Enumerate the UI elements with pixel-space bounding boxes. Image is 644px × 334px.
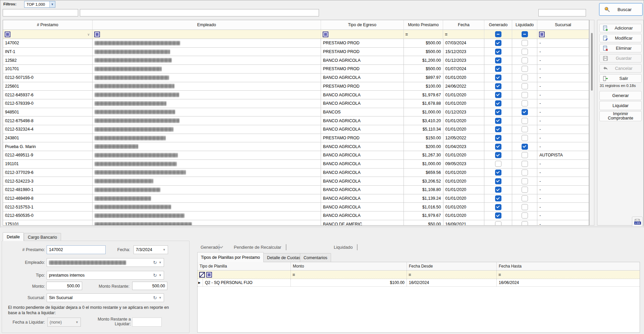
- filter-cell-fecha-hasta[interactable]: =: [497, 271, 640, 279]
- generado-checkbox[interactable]: [495, 135, 501, 141]
- guardar-button[interactable]: Guardar: [599, 54, 642, 62]
- generado-checkbox[interactable]: [495, 212, 501, 219]
- equals-operator-icon[interactable]: =: [292, 272, 295, 277]
- generado-checkbox[interactable]: [495, 40, 501, 46]
- empleado-combo[interactable]: ↻ ▼: [47, 258, 164, 267]
- table-row[interactable]: 12582BANCO AGRICOLA$1,200.0001/12/2023-: [3, 56, 589, 65]
- filter-cell-generado[interactable]: [484, 30, 512, 39]
- liquidado-checkbox[interactable]: [522, 152, 528, 158]
- table-row[interactable]: 0212-675498-8BANCO AGRICOLA$3,410.2001/0…: [3, 116, 589, 125]
- table-row[interactable]: 0212-578339-0BANCO AGRICOLA$1,678.8801/0…: [3, 99, 589, 108]
- modificar-button[interactable]: Modificar: [599, 34, 642, 42]
- generado-checkbox[interactable]: [495, 118, 501, 124]
- col-header-liquidado[interactable]: Liquidado: [512, 20, 537, 30]
- table-row[interactable]: 0212-469499-8BANCO AGRICOLA$1,139.2401/0…: [3, 194, 589, 203]
- generado-checkbox[interactable]: [495, 75, 501, 81]
- generado-checkbox[interactable]: [495, 49, 501, 55]
- generado-checkbox[interactable]: [495, 161, 501, 167]
- buscar-button[interactable]: Buscar: [599, 3, 643, 16]
- filter-cell-tipo-egreso[interactable]: [321, 30, 404, 39]
- table-row[interactable]: 948501BANCOS$1,000.0001/12/2023-: [3, 108, 589, 117]
- salir-button[interactable]: Salir: [599, 74, 642, 83]
- generado-checkbox[interactable]: [495, 66, 501, 72]
- liquidado-checkbox[interactable]: [522, 40, 528, 46]
- refresh-icon[interactable]: ↻: [153, 273, 157, 278]
- table-row[interactable]: 191101BANCO AGRICOLA$1,000.0009/05/2023-: [3, 160, 589, 169]
- filter-type-icon[interactable]: [94, 32, 100, 37]
- table-row[interactable]: 0212-377029-6BANCO AGRICOLA$659.5601/01/…: [3, 169, 589, 177]
- liquidado-checkbox[interactable]: [522, 92, 528, 98]
- table-row[interactable]: 0212-515753-1BANCO AGRICOLA$1,016.5001/0…: [3, 203, 589, 211]
- pendiente-recalcular-checkbox[interactable]: [286, 244, 286, 250]
- table-row[interactable]: 147002PRESTAMO PROD$500.0007/03/2024-: [3, 39, 589, 48]
- monto-field[interactable]: 500.00: [46, 282, 82, 290]
- liquidado-checkbox[interactable]: [522, 195, 528, 201]
- sucursal-combo[interactable]: Sin Sucursal ↻ ▼: [47, 293, 164, 302]
- table-row[interactable]: 175101BANCO DE AMERIC$50.0016/09/2021-: [3, 220, 589, 226]
- eliminar-button[interactable]: Eliminar: [599, 44, 642, 52]
- filter-input-prestamo[interactable]: [3, 9, 78, 16]
- generado-checkbox[interactable]: [219, 244, 219, 250]
- filter-cell-liquidado[interactable]: [512, 30, 537, 39]
- generado-checkbox[interactable]: [495, 170, 501, 176]
- table-row[interactable]: Prueba G. MarinBANCO AGRICOLA$200.0001/0…: [3, 142, 589, 151]
- filter-input-sucursal[interactable]: [538, 9, 586, 16]
- liquidado-checkbox[interactable]: [522, 83, 528, 89]
- subtab-detalle-cuotas[interactable]: Detalle de Cuotas: [263, 253, 304, 262]
- liquidado-checkbox[interactable]: [522, 161, 528, 167]
- table-row[interactable]: 0212-524223-3BANCO AGRICOLA$3,206.5201/0…: [3, 177, 589, 186]
- scrollbar-thumb[interactable]: [591, 33, 593, 91]
- liquidado-checkbox[interactable]: [522, 109, 528, 115]
- top-filter-dropdown[interactable]: TOP 1,000 ▼: [24, 1, 55, 8]
- table-row[interactable]: 0212-507155-0BANCO AGRICOLA$897.9701/01/…: [3, 74, 589, 82]
- generado-checkbox[interactable]: [495, 195, 501, 201]
- liquidado-checkbox[interactable]: [522, 144, 528, 150]
- fecha-liquidar-dropdown[interactable]: (none) ▼: [47, 318, 81, 327]
- generado-checkbox[interactable]: [495, 83, 501, 89]
- prestamo-field[interactable]: 147002: [47, 245, 106, 254]
- liquidado-checkbox[interactable]: [522, 49, 528, 55]
- liquidado-checkbox[interactable]: [357, 244, 358, 250]
- col-header-tipo-planilla[interactable]: Tipo de Planilla: [198, 262, 291, 270]
- table-row[interactable]: 0212-645937-6BANCO AGRICOLA$1,979.6701/0…: [3, 91, 589, 99]
- col-header-tipo-egreso[interactable]: Tipo de Egreso: [321, 20, 404, 30]
- generado-checkbox[interactable]: [495, 100, 501, 106]
- filter-type-icon[interactable]: [5, 32, 10, 37]
- monto-restante-liquidar-field[interactable]: [132, 318, 162, 327]
- filter-type-icon[interactable]: [539, 32, 545, 37]
- refresh-icon[interactable]: ↻: [153, 295, 157, 300]
- col-header-prestamo[interactable]: # Prestamo: [3, 20, 93, 30]
- liquidado-checkbox[interactable]: [522, 75, 528, 81]
- subtab-comentarios[interactable]: Comentarios: [300, 253, 331, 262]
- chevron-down-icon[interactable]: ∨: [87, 33, 90, 36]
- col-header-monto[interactable]: Monto Prestamo: [404, 20, 443, 30]
- liquidado-checkbox[interactable]: [522, 204, 528, 210]
- liquidado-checkbox[interactable]: [522, 126, 528, 132]
- filter-cell-empleado[interactable]: [93, 30, 321, 39]
- liquidar-button[interactable]: Liquidar: [599, 101, 642, 110]
- table-row[interactable]: INT-1PRESTAMO PROD$500.0015/12/2023-: [3, 48, 589, 56]
- col-header-monto[interactable]: Monto: [291, 262, 407, 270]
- generado-checkbox[interactable]: [495, 144, 501, 150]
- filter-input-empleado[interactable]: [80, 9, 319, 16]
- equals-operator-icon[interactable]: =: [498, 272, 501, 277]
- liquidado-checkbox[interactable]: [522, 135, 528, 141]
- fecha-dropdown[interactable]: 7/3/2024 ▼: [133, 245, 168, 254]
- tipo-combo[interactable]: prestamos internos ↻ ▼: [47, 271, 164, 280]
- table-row[interactable]: 0212-481980-1BANCO AGRICOLA$1,108.8001/0…: [3, 186, 589, 194]
- filter-cell-tipo-planilla[interactable]: [198, 271, 291, 279]
- imprimir-comprobante-button[interactable]: Imprimir Comprobante: [599, 111, 642, 121]
- subgrid-row[interactable]: ▶Q2 - SQ PERSONAL FIJO$100.0016/02/20241…: [198, 279, 640, 287]
- table-row[interactable]: 243801PRESTAMO PROD$150.0012/05/2022-: [3, 134, 589, 143]
- col-header-fecha-hasta[interactable]: Fecha Hasta: [497, 262, 640, 270]
- filter-cell-fecha[interactable]: =: [443, 30, 484, 39]
- table-row[interactable]: 0212-650535-0BANCO AGRICOLA$1,979.6701/0…: [3, 211, 589, 220]
- liquidado-checkbox[interactable]: [522, 66, 528, 72]
- table-row[interactable]: 0212-469511-9BANCO AGRICOLA$1,267.3001/0…: [3, 151, 589, 160]
- tab-detalle[interactable]: Detalle: [3, 232, 24, 241]
- generado-filter-checkbox[interactable]: [495, 31, 501, 37]
- filter-cell-sucursal[interactable]: [537, 30, 589, 39]
- chevron-down-icon[interactable]: ▼: [159, 296, 162, 299]
- generar-button[interactable]: Generar: [599, 91, 642, 100]
- liquidado-checkbox[interactable]: [522, 57, 528, 63]
